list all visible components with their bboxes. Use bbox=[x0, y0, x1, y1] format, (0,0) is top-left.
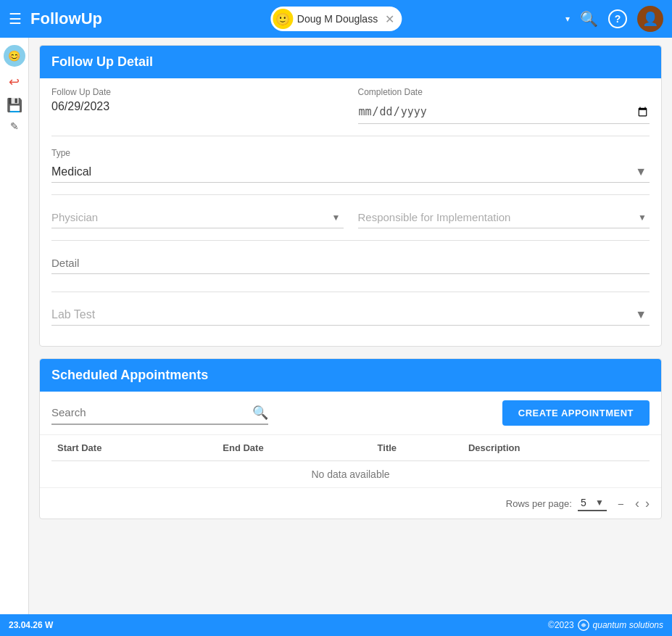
physician-arrow: ▼ bbox=[332, 212, 341, 223]
hamburger-icon[interactable]: ☰ bbox=[9, 10, 22, 28]
table-header: Start Date End Date Title Description bbox=[51, 435, 650, 461]
appointments-toolbar: 🔍 CREATE APPOINTMENT bbox=[40, 392, 661, 435]
sidebar: 😊 ↩ 💾 ✎ bbox=[0, 38, 29, 614]
completion-date-group: Completion Date bbox=[358, 87, 650, 124]
footer-logo-icon bbox=[577, 619, 590, 632]
chip-user-name: Doug M Douglass bbox=[297, 13, 378, 25]
user-avatar-small: 🙂 bbox=[273, 9, 293, 29]
undo-icon[interactable]: ↩ bbox=[9, 74, 20, 90]
sidebar-avatar: 😊 bbox=[4, 45, 25, 67]
divider-3 bbox=[51, 240, 650, 241]
follow-up-date-label: Follow Up Date bbox=[51, 87, 344, 97]
rows-select-arrow: ▼ bbox=[595, 497, 604, 508]
completion-date-label: Completion Date bbox=[358, 87, 650, 97]
footer-copyright: ©2023 bbox=[548, 620, 574, 630]
col-title: Title bbox=[372, 435, 462, 461]
col-end-date: End Date bbox=[217, 435, 371, 461]
user-chip[interactable]: 🙂 Doug M Douglass ✕ bbox=[270, 7, 402, 31]
divider-2 bbox=[51, 194, 650, 195]
chip-close-icon[interactable]: ✕ bbox=[385, 12, 394, 26]
physician-responsible-row: Physician ▼ Responsible for Implementati… bbox=[51, 207, 650, 228]
user-profile-avatar[interactable]: 👤 bbox=[637, 6, 663, 32]
rows-select-container: 5 10 25 50 ▼ bbox=[578, 495, 607, 511]
follow-up-date-group: Follow Up Date 06/29/2023 bbox=[51, 87, 344, 124]
lab-test-select-row: Lab Test Blood Test Urine Test X-Ray ▼ bbox=[51, 304, 650, 326]
physician-select[interactable]: Physician bbox=[51, 211, 329, 223]
col-description: Description bbox=[462, 435, 650, 461]
table-body: No data available bbox=[51, 461, 650, 488]
pagination: Rows per page: 5 10 25 50 ▼ – ‹ › bbox=[40, 487, 661, 519]
follow-up-detail-header: Follow Up Detail bbox=[40, 46, 661, 78]
responsible-group: Responsible for Implementation ▼ bbox=[358, 207, 650, 228]
detail-input[interactable] bbox=[51, 252, 650, 274]
inline-spacer bbox=[344, 207, 358, 228]
rows-per-page-select[interactable]: 5 10 25 50 bbox=[581, 497, 592, 508]
search-container: 🔍 bbox=[51, 402, 268, 425]
prev-page-button[interactable]: ‹ bbox=[635, 496, 639, 511]
appointments-header: Scheduled Appointments bbox=[40, 359, 661, 392]
table-header-row: Start Date End Date Title Description bbox=[51, 435, 650, 461]
appointments-table: Start Date End Date Title Description No… bbox=[51, 435, 650, 487]
type-label: Type bbox=[51, 148, 650, 158]
footer-brand: ©2023 quantum solutions bbox=[548, 619, 663, 632]
follow-up-date-value: 06/29/2023 bbox=[51, 100, 344, 113]
edit-icon[interactable]: ✎ bbox=[10, 120, 19, 132]
no-data-row: No data available bbox=[51, 461, 650, 488]
responsible-select[interactable]: Responsible for Implementation bbox=[358, 211, 636, 223]
col-start-date: Start Date bbox=[51, 435, 217, 461]
footer-version: 23.04.26 W bbox=[9, 620, 53, 630]
create-appointment-button[interactable]: CREATE APPOINTMENT bbox=[502, 400, 650, 426]
search-icon[interactable]: 🔍 bbox=[580, 10, 598, 28]
page-range: – bbox=[618, 498, 623, 509]
save-icon[interactable]: 💾 bbox=[7, 97, 22, 113]
top-navigation: ☰ FollowUp 🙂 Doug M Douglass ✕ ▾ 🔍 ? 👤 bbox=[0, 0, 672, 38]
next-page-button[interactable]: › bbox=[645, 496, 650, 511]
lab-test-select[interactable]: Lab Test Blood Test Urine Test X-Ray bbox=[51, 308, 650, 321]
follow-up-detail-card: Follow Up Detail Follow Up Date 06/29/20… bbox=[39, 45, 662, 347]
rows-per-page-label: Rows per page: bbox=[506, 498, 572, 509]
footer: 23.04.26 W ©2023 quantum solutions bbox=[0, 614, 672, 636]
help-icon[interactable]: ? bbox=[608, 9, 627, 28]
user-dropdown-arrow[interactable]: ▾ bbox=[565, 14, 570, 24]
divider-4 bbox=[51, 292, 650, 292]
search-input[interactable] bbox=[51, 406, 252, 418]
search-icon[interactable]: 🔍 bbox=[252, 405, 268, 421]
date-row: Follow Up Date 06/29/2023 Completion Dat… bbox=[51, 87, 650, 124]
responsible-arrow: ▼ bbox=[638, 212, 647, 223]
type-select-row: Medical Dental Vision Mental Health ▼ bbox=[51, 161, 650, 183]
no-data-cell: No data available bbox=[51, 461, 650, 488]
completion-date-input[interactable] bbox=[358, 100, 650, 124]
follow-up-detail-body: Follow Up Date 06/29/2023 Completion Dat… bbox=[40, 78, 661, 346]
type-select[interactable]: Medical Dental Vision Mental Health bbox=[51, 165, 650, 178]
type-group: Type Medical Dental Vision Mental Health… bbox=[51, 148, 650, 183]
nav-icons: ▾ 🔍 ? 👤 bbox=[565, 6, 663, 32]
footer-brand-name: quantum solutions bbox=[593, 620, 663, 630]
table-container: Start Date End Date Title Description No… bbox=[40, 435, 661, 487]
completion-date-wrapper bbox=[358, 100, 650, 124]
scheduled-appointments-section: Scheduled Appointments 🔍 CREATE APPOINTM… bbox=[39, 358, 662, 519]
divider-1 bbox=[51, 136, 650, 136]
physician-group: Physician ▼ bbox=[51, 207, 344, 228]
main-content: Follow Up Detail Follow Up Date 06/29/20… bbox=[29, 38, 672, 614]
lab-test-group: Lab Test Blood Test Urine Test X-Ray ▼ bbox=[51, 304, 650, 326]
